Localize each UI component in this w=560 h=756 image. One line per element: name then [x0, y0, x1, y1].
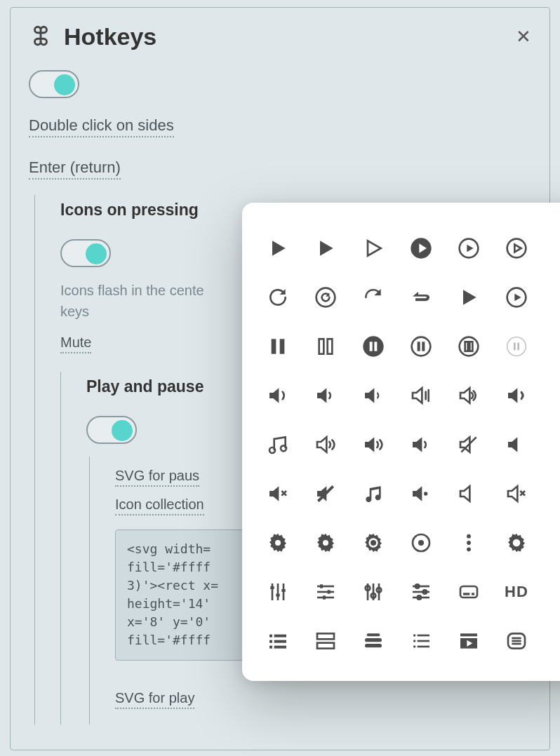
play-solid-icon[interactable]	[266, 236, 290, 260]
svg-rect-10	[370, 342, 373, 351]
svg-point-32	[418, 540, 424, 546]
volume-half-solid-icon[interactable]	[409, 482, 433, 506]
play-circle-solid-icon[interactable]	[409, 236, 433, 260]
link-icon-collection[interactable]: Icon collection	[115, 497, 204, 515]
knobs-icon[interactable]	[361, 580, 385, 604]
more-icon[interactable]	[552, 285, 560, 309]
speaker-x-icon[interactable]	[266, 482, 290, 506]
more-icon[interactable]	[552, 482, 560, 506]
play-solid-icon[interactable]	[314, 236, 338, 260]
panel-header: Hotkeys	[29, 23, 531, 50]
svg-rect-19	[514, 343, 516, 351]
svg-point-9	[363, 336, 383, 356]
pause-circle-outline-icon[interactable]	[409, 335, 433, 358]
more-icon[interactable]	[552, 531, 560, 555]
link-svg-for-play[interactable]: SVG for play	[115, 690, 194, 709]
volume-wave-icon[interactable]	[314, 384, 338, 407]
pause-circle-solid-icon[interactable]	[361, 335, 385, 358]
link-mute[interactable]: Mute	[60, 335, 91, 353]
sliders-horizontal-icon[interactable]	[409, 580, 433, 604]
redo-icon[interactable]	[361, 285, 385, 309]
music-note-icon[interactable]	[266, 433, 290, 457]
link-enter-return[interactable]: Enter (return)	[29, 158, 121, 180]
close-icon[interactable]: ✕	[516, 26, 531, 48]
gear-ring-icon[interactable]	[361, 531, 385, 555]
svg-rect-17	[469, 342, 472, 351]
more-icon[interactable]	[552, 580, 560, 604]
svg-point-34	[467, 541, 471, 545]
volume-wave-icon[interactable]	[266, 384, 290, 407]
icons-on-pressing-toggle[interactable]	[60, 239, 111, 267]
list-bullets-icon[interactable]	[266, 629, 290, 653]
speaker-solid-icon[interactable]	[505, 433, 528, 457]
svg-point-77	[413, 645, 415, 647]
more-icon[interactable]	[552, 384, 560, 407]
music-note-solid-icon[interactable]	[361, 482, 385, 506]
play-circle-thin-icon[interactable]	[505, 236, 528, 260]
gear-outline-icon[interactable]	[505, 531, 528, 555]
svg-rect-69	[274, 646, 286, 649]
pause-solid-icon[interactable]	[266, 335, 290, 358]
more-icon[interactable]	[552, 629, 560, 653]
volume-lines-outline-icon[interactable]	[314, 433, 338, 457]
svg-point-18	[507, 337, 526, 356]
more-icon[interactable]	[552, 335, 560, 358]
refresh-ring-icon[interactable]	[314, 285, 338, 309]
volume-outline-icon[interactable]	[457, 384, 481, 407]
volume-up-solid-icon[interactable]	[505, 384, 528, 407]
video-thumb-icon[interactable]	[457, 629, 481, 653]
volume-slash-icon[interactable]	[457, 433, 481, 457]
svg-rect-65	[269, 640, 272, 643]
cc-badge-icon[interactable]	[457, 580, 481, 604]
svg-rect-7	[319, 339, 324, 353]
volume-outline-icon[interactable]	[409, 384, 433, 407]
play-pause-toggle[interactable]	[86, 416, 137, 444]
svg-rect-78	[418, 635, 429, 637]
refresh-icon[interactable]	[266, 285, 290, 309]
volume-slash-solid-icon[interactable]	[314, 482, 338, 506]
list-rows-icon[interactable]	[314, 629, 338, 653]
gear-icon[interactable]	[266, 531, 290, 555]
svg-rect-13	[418, 342, 420, 351]
play-solid-icon[interactable]	[457, 285, 481, 309]
svg-point-21	[269, 447, 275, 453]
volume-half-icon[interactable]	[361, 384, 385, 407]
gear-target-icon[interactable]	[409, 531, 433, 555]
pause-outline-icon[interactable]	[314, 335, 338, 358]
pause-circle-thin-icon[interactable]	[505, 335, 528, 358]
volume-lines-solid-icon[interactable]	[409, 433, 433, 457]
list-ordered-icon[interactable]	[409, 629, 433, 653]
svg-point-33	[467, 534, 471, 539]
svg-point-27	[275, 540, 281, 546]
play-outline-icon[interactable]	[361, 236, 385, 260]
hd-icon[interactable]: HD	[505, 580, 528, 604]
more-icon[interactable]	[552, 236, 560, 260]
play-circle-outline-icon[interactable]	[457, 236, 481, 260]
list-rounded-icon[interactable]	[505, 629, 528, 653]
svg-rect-42	[281, 589, 285, 592]
link-double-click-sides[interactable]: Double click on sides	[29, 116, 174, 137]
speaker-x-outline-icon[interactable]	[505, 482, 528, 506]
sliders-vertical-icon[interactable]	[266, 580, 290, 604]
volume-lines-solid-icon[interactable]	[361, 433, 385, 457]
speaker-outline-icon[interactable]	[457, 482, 481, 506]
sliders-horizontal-icon[interactable]	[314, 580, 338, 604]
link-svg-for-pause[interactable]: SVG for paus	[115, 468, 199, 487]
svg-point-25	[424, 492, 427, 495]
svg-rect-66	[269, 646, 272, 649]
list-stack-icon[interactable]	[361, 629, 385, 653]
gear-icon[interactable]	[314, 531, 338, 555]
svg-rect-63	[472, 593, 474, 595]
rewind-arrow-icon[interactable]	[409, 285, 433, 309]
pause-circle-double-icon[interactable]	[457, 335, 481, 358]
play-circle-outline-icon[interactable]	[505, 285, 528, 309]
svg-rect-80	[418, 646, 429, 648]
more-vertical-icon[interactable]	[457, 531, 481, 555]
svg-point-30	[371, 540, 376, 546]
svg-rect-67	[274, 635, 286, 637]
svg-rect-11	[374, 342, 377, 351]
svg-rect-46	[320, 584, 323, 588]
hotkeys-master-toggle[interactable]	[29, 70, 79, 98]
svg-point-12	[412, 337, 431, 356]
more-icon[interactable]	[552, 433, 560, 457]
